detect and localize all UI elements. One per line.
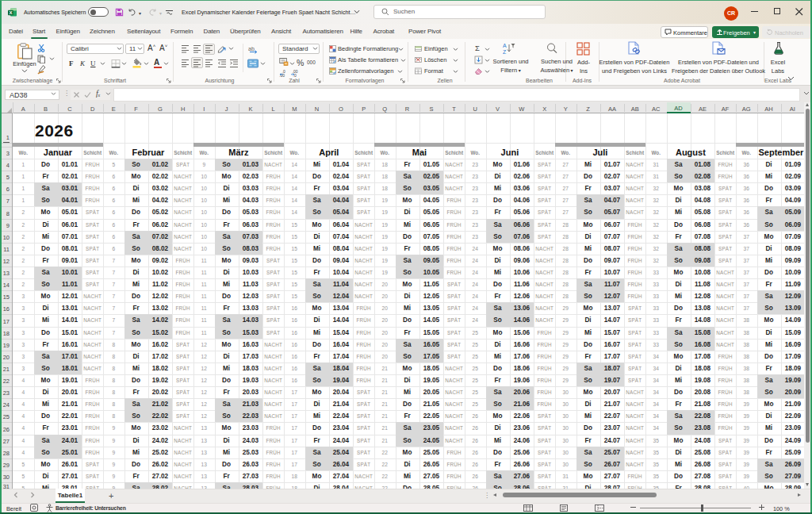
svg-text:Z: Z	[503, 49, 507, 55]
svg-text:ab: ab	[248, 46, 255, 52]
svg-text:000: 000	[307, 59, 316, 65]
svg-text:X: X	[9, 10, 12, 15]
svg-text:A: A	[503, 43, 507, 48]
